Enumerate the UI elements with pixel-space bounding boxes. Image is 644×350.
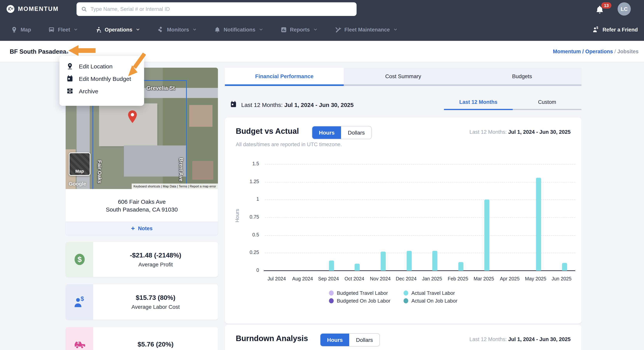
menu-item-archive[interactable]: Archive (60, 85, 144, 97)
breadcrumb-separator: / (581, 49, 585, 54)
map-attribution[interactable]: Keyboard shortcuts | Map Data | Terms | … (132, 184, 218, 189)
stat-card-2: $$5.76 (20%) (66, 327, 218, 350)
legend-item-budgeted-travel-labor: Budgeted Travel Labor (329, 290, 390, 296)
menu-item-label: Edit Location (79, 63, 112, 69)
nav-item-reports[interactable]: Reports (280, 26, 318, 33)
menu-item-label: Archive (79, 88, 98, 94)
brand[interactable]: MOMENTUM (6, 5, 59, 13)
menu-item-label: Edit Monthly Budget (79, 75, 131, 82)
pin-icon (66, 63, 74, 70)
bar-chart-plot (264, 164, 574, 271)
svg-text:$: $ (80, 295, 84, 302)
bva-dollars-option[interactable]: Dollars (341, 126, 371, 139)
legend-swatch (329, 298, 334, 303)
burndown-period-label: Last 12 Months: (470, 336, 507, 342)
more-actions-button[interactable] (59, 50, 70, 55)
truck-icon (48, 26, 55, 33)
map-pin-marker (126, 110, 138, 124)
burndown-hours-option[interactable]: Hours (320, 334, 350, 346)
stat-label: Average Labor Cost (132, 304, 180, 310)
archive-icon (66, 88, 74, 94)
calendar-icon (230, 101, 237, 108)
add-notes-button[interactable]: + Notes (66, 222, 218, 235)
date-tab-custom[interactable]: Custom (513, 96, 582, 110)
gridline (265, 235, 575, 236)
breadcrumb-operations[interactable]: Operations (585, 49, 613, 54)
chevron-icon (258, 27, 263, 32)
main-tabs: Financial PerformanceCost SummaryBudgets (225, 68, 582, 86)
nav-item-map[interactable]: Map (11, 26, 31, 33)
nav-item-monitors[interactable]: Monitors (157, 26, 197, 33)
stat-body: $5.76 (20%) (93, 327, 218, 350)
legend-item-actual-travel-labor: Actual Travel Labor (404, 290, 457, 296)
bva-units-toggle: Hours Dollars (312, 126, 372, 139)
nav-item-label: Map (20, 27, 31, 33)
gridline (265, 164, 575, 164)
annotation-arrow-left (68, 44, 96, 57)
x-axis-line (264, 270, 575, 271)
x-tick-label: Jun 2025 (546, 276, 577, 282)
global-search[interactable] (76, 2, 356, 16)
stat-card-average-profit: $-$21.48 (-2148%)Average Profit (66, 242, 218, 277)
gridline (265, 253, 575, 253)
bar-actual-travel-labor-feb-2025 (458, 262, 464, 271)
user-avatar[interactable]: LC (618, 2, 631, 16)
search-input[interactable] (90, 6, 352, 12)
nav-item-label: Fleet (58, 27, 70, 33)
nav-item-label: Fleet Maintenance (344, 27, 390, 33)
search-icon (81, 6, 87, 12)
chevron-icon (393, 27, 398, 32)
annotation-arrow-diagonal (126, 52, 146, 78)
monitors-icon (157, 26, 164, 33)
gridline (265, 217, 575, 218)
date-range-value: Jul 1, 2024 - Jun 30, 2025 (284, 101, 354, 108)
bva-period-label: Last 12 Months: (470, 129, 507, 135)
bar-actual-travel-labor-nov-2024 (381, 251, 386, 271)
y-tick-label: 0 (236, 268, 259, 273)
chevron-icon (313, 27, 318, 32)
svg-text:$: $ (77, 255, 81, 263)
topbar-nav: MapFleetOperationsMonitorsNotificationsR… (0, 18, 644, 41)
notifications-bell-button[interactable]: 13 (595, 4, 612, 16)
chevron-icon (192, 27, 197, 32)
breadcrumb-separator: / (613, 49, 618, 54)
map-type-toggle-button[interactable]: Map (69, 152, 90, 176)
address-line1: 606 Fair Oaks Ave (118, 198, 166, 205)
person-dollar-icon: $ (592, 26, 599, 33)
bar-actual-travel-labor-may-2025 (536, 178, 541, 271)
nav-item-fleet[interactable]: Fleet (48, 26, 78, 33)
tab-financial-performance[interactable]: Financial Performance (225, 68, 344, 86)
date-range-bar: Last 12 Months: Jul 1, 2024 - Jun 30, 20… (225, 90, 582, 115)
refer-a-friend-button[interactable]: $ Refer a Friend (592, 26, 638, 33)
nav-item-label: Notifications (224, 27, 256, 33)
stat-icon-box: $ (66, 284, 93, 320)
bar-actual-travel-labor-mar-2025 (484, 200, 489, 271)
budget-vs-actual-card: Budget vs Actual Hours Dollars Last 12 M… (225, 117, 582, 323)
address-line2: South Pasadena, CA 91030 (106, 206, 178, 213)
breadcrumb-momentum[interactable]: Momentum (553, 49, 581, 54)
legend-swatch (404, 290, 408, 296)
tab-cost-summary[interactable]: Cost Summary (344, 68, 462, 86)
nav-item-fleet-maintenance[interactable]: Fleet Maintenance (334, 26, 398, 33)
nav-item-label: Monitors (167, 27, 189, 33)
date-range-label: Last 12 Months: (241, 101, 282, 108)
bar-actual-travel-labor-dec-2024 (406, 251, 412, 271)
map-roof-2 (192, 161, 213, 180)
nav-item-label: Reports (290, 27, 310, 33)
date-tab-last-12-months[interactable]: Last 12 Months (444, 96, 513, 110)
tools-icon (334, 26, 341, 33)
notification-count-badge: 13 (601, 2, 612, 9)
page-title: BF South Pasadena (10, 48, 66, 55)
date-range-tabs: Last 12 MonthsCustom (444, 96, 582, 110)
nav-item-operations[interactable]: Operations (95, 26, 140, 33)
nav-item-notifications[interactable]: Notifications (214, 26, 263, 33)
topbar-row1: MOMENTUM 13 LC (0, 0, 644, 18)
y-tick-label: 0.75 (236, 214, 259, 220)
burndown-dollars-option[interactable]: Dollars (350, 334, 380, 346)
tab-budgets[interactable]: Budgets (462, 68, 582, 86)
legend-swatch (404, 298, 408, 303)
bva-period: Last 12 Months: Jul 1, 2024 - Jun 30, 20… (470, 129, 570, 135)
bva-hours-option[interactable]: Hours (312, 126, 341, 139)
gridline (265, 200, 575, 200)
person-dollar-icon: $ (73, 295, 86, 309)
